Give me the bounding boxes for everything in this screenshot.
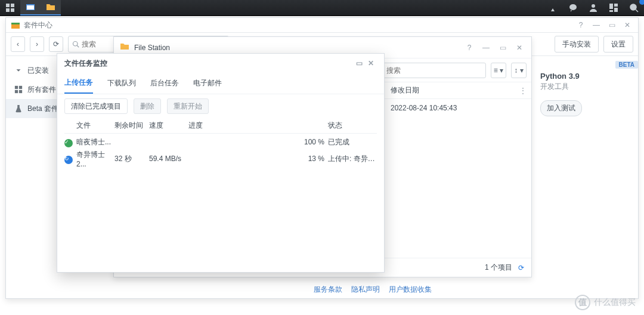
- task-monitor-dialog: 文件任务监控 ▭ ✕ 上传任务 下载队列 后台任务 电子邮件 清除已完成项目 删…: [57, 53, 385, 273]
- svg-rect-11: [609, 10, 613, 12]
- chat-icon[interactable]: [563, 0, 583, 16]
- terms-link[interactable]: 服务条款: [314, 285, 342, 294]
- upload-icon: ↻: [64, 156, 73, 164]
- tab-email[interactable]: 电子邮件: [193, 73, 222, 94]
- tab-upload[interactable]: 上传任务: [64, 73, 93, 94]
- privacy-link[interactable]: 隐私声明: [351, 285, 380, 294]
- package-center-icon: [11, 20, 20, 30]
- restart-button[interactable]: 重新开始: [167, 98, 209, 114]
- svg-rect-19: [19, 86, 22, 89]
- user-icon[interactable]: [583, 0, 603, 16]
- beta-icon: [14, 104, 23, 113]
- watermark: 值 什么值得买: [575, 295, 636, 310]
- pin-icon[interactable]: [543, 0, 563, 16]
- watermark-icon: 值: [575, 295, 590, 310]
- manual-install-button[interactable]: 手动安装: [555, 36, 599, 52]
- apps-icon[interactable]: [0, 0, 20, 16]
- help-icon[interactable]: ?: [463, 42, 475, 54]
- close-icon[interactable]: ✕: [621, 19, 633, 31]
- svg-point-12: [630, 4, 636, 10]
- dashboard-icon[interactable]: [603, 0, 624, 16]
- dialog-title: 文件任务监控: [64, 58, 353, 69]
- column-menu-icon[interactable]: ⋮: [519, 87, 527, 95]
- fs-search-input[interactable]: ▾: [367, 63, 486, 78]
- done-icon: ✓: [64, 139, 73, 147]
- settings-button[interactable]: 设置: [603, 36, 633, 52]
- help-icon[interactable]: ?: [575, 19, 587, 31]
- svg-line-13: [636, 10, 638, 12]
- delete-button[interactable]: 删除: [134, 98, 161, 114]
- close-icon[interactable]: ✕: [365, 57, 377, 69]
- svg-point-6: [569, 4, 577, 10]
- app-card[interactable]: Python 3.9 开发工具 加入测试: [540, 72, 627, 116]
- maximize-icon[interactable]: ▭: [353, 57, 365, 69]
- svg-rect-15: [11, 23, 20, 24]
- download-icon: [14, 66, 23, 75]
- svg-rect-18: [15, 86, 18, 89]
- maximize-icon[interactable]: ▭: [606, 19, 618, 31]
- progress-bar: [188, 138, 302, 146]
- search-icon[interactable]: [624, 0, 644, 16]
- list-view-button[interactable]: ≡ ▾: [491, 63, 506, 78]
- col-date[interactable]: 修改日期: [391, 85, 524, 95]
- os-taskbar: [0, 0, 644, 16]
- beta-badge: BETA: [615, 61, 638, 69]
- grid-icon: [14, 85, 23, 94]
- close-icon[interactable]: ✕: [513, 42, 525, 54]
- maximize-icon[interactable]: ▭: [497, 42, 509, 54]
- svg-line-17: [77, 45, 79, 47]
- tab-background[interactable]: 后台任务: [150, 73, 179, 94]
- tab-download[interactable]: 下载队列: [107, 73, 136, 94]
- window-title: 套件中心: [24, 20, 571, 30]
- progress-bar: [188, 155, 302, 163]
- svg-rect-2: [6, 8, 10, 12]
- svg-rect-0: [6, 4, 10, 7]
- file-manager-icon[interactable]: [20, 0, 41, 16]
- refresh-button[interactable]: ⟳: [49, 36, 63, 52]
- minimize-icon[interactable]: —: [480, 42, 492, 54]
- svg-rect-1: [11, 4, 14, 7]
- clear-completed-button[interactable]: 清除已完成项目: [64, 98, 128, 114]
- folder-icon: [120, 42, 129, 53]
- task-row[interactable]: ↻ 奇异博士2... 32 秒 59.4 MB/s 13 % 上传中: 奇异博士…: [64, 150, 377, 167]
- forward-button[interactable]: ›: [30, 36, 44, 52]
- app-subtitle: 开发工具: [540, 82, 627, 92]
- footer-links: 服务条款 隐私声明 用户数据收集: [107, 285, 638, 295]
- svg-rect-20: [15, 90, 18, 93]
- dialog-tabs: 上传任务 下载队列 后台任务 电子邮件: [57, 73, 384, 94]
- task-row[interactable]: ✓ 暗夜博士... 100 % 已完成: [64, 134, 377, 150]
- search-icon: [72, 41, 79, 48]
- app-name: Python 3.9: [540, 72, 627, 81]
- sort-button[interactable]: ↕ ▾: [511, 63, 527, 78]
- item-count: 1 个项目: [485, 262, 512, 273]
- svg-rect-10: [614, 8, 618, 12]
- join-beta-button[interactable]: 加入测试: [540, 100, 582, 116]
- svg-rect-8: [609, 4, 613, 9]
- svg-point-16: [73, 42, 78, 47]
- refresh-icon[interactable]: ⟳: [518, 264, 524, 272]
- back-button[interactable]: ‹: [11, 36, 25, 52]
- minimize-icon[interactable]: —: [590, 19, 602, 31]
- window-title: File Station: [134, 44, 459, 52]
- svg-rect-9: [614, 4, 618, 7]
- svg-rect-21: [19, 90, 22, 93]
- svg-rect-3: [11, 8, 14, 12]
- folder-icon[interactable]: [41, 0, 61, 16]
- task-table-header: 文件 剩余时间 速度 进度 状态: [64, 118, 377, 134]
- svg-rect-5: [27, 5, 34, 10]
- svg-point-7: [592, 4, 595, 8]
- data-link[interactable]: 用户数据收集: [389, 285, 432, 294]
